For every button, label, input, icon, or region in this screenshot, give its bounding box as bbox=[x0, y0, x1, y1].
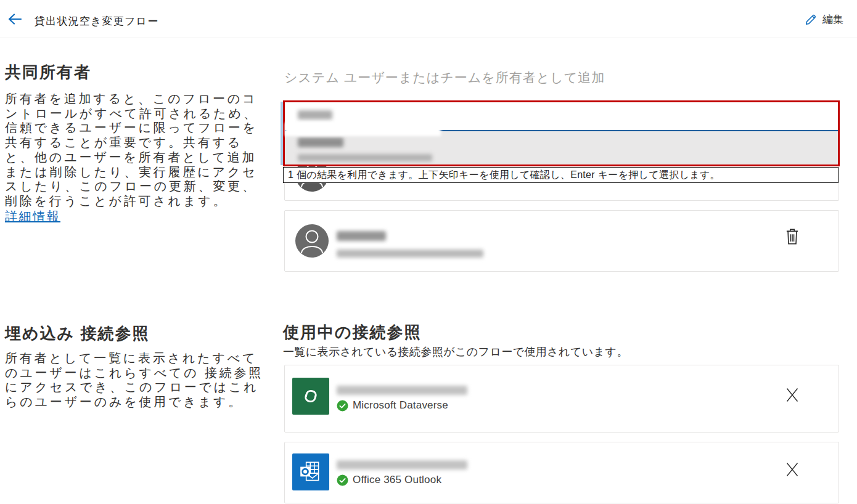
remove-connection-button[interactable] bbox=[784, 386, 800, 404]
redacted-connection-email-blur bbox=[337, 386, 467, 395]
connections-in-use-subtitle: 一覧に表示されている接続参照がこのフローで使用されています。 bbox=[283, 344, 628, 359]
owner-picker-label: システム ユーザーまたはチームを所有者として追加 bbox=[284, 69, 605, 86]
remove-connection-button[interactable] bbox=[784, 461, 800, 478]
connection-api-name: Microsoft Dataverse bbox=[353, 399, 448, 412]
co-owners-description: 所有者を追加すると、このフローのコ ントロールがすべて許可されるため、 信頼でき… bbox=[5, 92, 279, 209]
redaction-artifact bbox=[285, 123, 441, 136]
dataverse-icon bbox=[292, 378, 329, 415]
back-arrow-icon bbox=[6, 10, 23, 28]
person-icon bbox=[295, 224, 329, 258]
close-x-icon bbox=[784, 461, 800, 478]
redacted-connection-email-blur bbox=[337, 460, 467, 469]
results-status-bar: 1 個の結果を利用できます。上下矢印キーを使用して確認し、Enter キーを押し… bbox=[283, 167, 839, 183]
co-owners-heading: 共同所有者 bbox=[5, 62, 91, 83]
remove-owner-button[interactable] bbox=[784, 227, 800, 246]
pencil-icon bbox=[805, 14, 817, 26]
redacted-owner-email-blur bbox=[337, 250, 483, 258]
connections-in-use-heading: 使用中の接続参照 bbox=[283, 322, 422, 343]
connection-status-row: Office 365 Outlook bbox=[337, 474, 441, 486]
suggestion-item[interactable] bbox=[285, 131, 838, 165]
connection-api-name: Office 365 Outlook bbox=[353, 474, 441, 486]
owner-picker-highlight-box bbox=[283, 100, 840, 166]
page-header: 貸出状況空き変更フロー 編集 bbox=[0, 0, 857, 38]
office365-outlook-icon bbox=[292, 453, 329, 490]
connected-check-icon bbox=[337, 400, 348, 412]
trash-icon bbox=[784, 227, 800, 246]
flow-details-page: 貸出状況空き変更フロー 編集 共同所有者 所有者を追加すると、このフローのコ ン… bbox=[0, 0, 857, 504]
embedded-connections-heading: 埋め込み 接続参照 bbox=[5, 323, 149, 344]
avatar bbox=[295, 224, 329, 258]
redacted-suggestion-email-blur bbox=[298, 154, 432, 161]
redacted-query-blur bbox=[298, 110, 332, 120]
back-button[interactable] bbox=[6, 10, 23, 28]
owner-card bbox=[284, 210, 839, 272]
edit-button-label: 編集 bbox=[822, 12, 843, 26]
learn-more-link[interactable]: 詳細情報 bbox=[5, 208, 60, 225]
connection-status-row: Microsoft Dataverse bbox=[337, 399, 448, 412]
edit-button[interactable]: 編集 bbox=[805, 12, 843, 26]
connection-card: Microsoft Dataverse bbox=[284, 365, 839, 433]
redacted-owner-name-blur bbox=[337, 231, 386, 241]
embedded-connections-description: 所有者として一覧に表示されたすべて のユーザーはこれらすべての 接続参照 にアク… bbox=[5, 351, 279, 410]
close-x-icon bbox=[784, 386, 800, 404]
redacted-suggestion-name-blur bbox=[298, 137, 343, 147]
connection-card: Office 365 Outlook bbox=[284, 442, 839, 503]
connected-check-icon bbox=[337, 474, 348, 486]
page-title: 貸出状況空き変更フロー bbox=[35, 14, 158, 28]
